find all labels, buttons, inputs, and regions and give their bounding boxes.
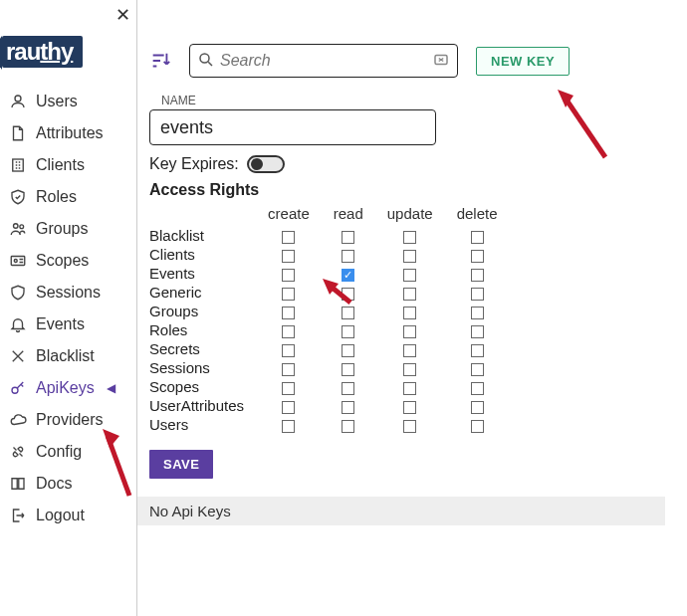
checkbox-sessions-create[interactable]: [282, 363, 295, 376]
svg-point-0: [15, 96, 21, 102]
clear-search-icon[interactable]: [432, 51, 450, 72]
close-icon[interactable]: ✕: [115, 4, 130, 26]
checkbox-clients-read[interactable]: [342, 250, 354, 263]
checkbox-users-create[interactable]: [282, 420, 295, 433]
checkbox-users-update[interactable]: [403, 420, 416, 433]
rights-row-label: UserAttributes: [149, 396, 256, 415]
checkbox-blacklist-read[interactable]: [342, 231, 354, 244]
shield-check-icon: [8, 187, 28, 207]
book-icon: [8, 474, 28, 494]
svg-point-5: [14, 260, 17, 263]
checkbox-roles-update[interactable]: [403, 325, 416, 338]
rights-row-label: Blacklist: [149, 226, 256, 245]
sidebar: ✕ rauthy UsersAttributesClientsRolesGrou…: [0, 0, 137, 616]
sidebar-item-label: Scopes: [36, 252, 89, 270]
checkbox-blacklist-update[interactable]: [403, 231, 416, 244]
sidebar-item-label: Roles: [36, 188, 77, 206]
checkbox-generic-delete[interactable]: [471, 288, 484, 301]
key-expires-label: Key Expires:: [149, 155, 239, 173]
rights-row: Generic: [149, 283, 510, 302]
sidebar-item-logout[interactable]: Logout: [6, 500, 130, 531]
new-key-button[interactable]: NEW KEY: [476, 47, 570, 76]
checkbox-sessions-delete[interactable]: [471, 363, 484, 376]
svg-point-7: [200, 54, 209, 63]
rights-row: Secrets: [149, 339, 510, 358]
sidebar-item-users[interactable]: Users: [6, 86, 130, 117]
users-icon: [8, 219, 28, 239]
key-icon: [8, 378, 28, 398]
svg-rect-1: [13, 159, 24, 171]
app-logo: rauthy: [2, 36, 134, 68]
rights-row: Scopes: [149, 377, 510, 396]
checkbox-userattributes-delete[interactable]: [471, 401, 484, 414]
cloud-icon: [8, 410, 28, 430]
sidebar-item-groups[interactable]: Groups: [6, 213, 130, 245]
checkbox-events-create[interactable]: [282, 269, 295, 282]
checkbox-scopes-delete[interactable]: [471, 382, 484, 395]
name-input[interactable]: [149, 109, 436, 145]
sidebar-item-events[interactable]: Events: [6, 308, 130, 340]
checkbox-generic-update[interactable]: [403, 288, 416, 301]
rights-row: UserAttributes: [149, 396, 510, 415]
access-rights-title: Access Rights: [149, 181, 687, 199]
checkbox-generic-read[interactable]: [342, 288, 354, 301]
sidebar-item-label: ApiKeys: [36, 379, 95, 397]
checkbox-secrets-delete[interactable]: [471, 344, 484, 357]
rights-row-label: Secrets: [149, 339, 256, 358]
checkbox-roles-delete[interactable]: [471, 325, 484, 338]
checkbox-users-delete[interactable]: [471, 420, 484, 433]
checkbox-events-read[interactable]: [342, 269, 354, 282]
sidebar-item-label: Providers: [36, 411, 104, 429]
sidebar-item-label: Clients: [36, 156, 85, 174]
bell-icon: [8, 314, 28, 334]
checkbox-users-read[interactable]: [342, 420, 354, 433]
sidebar-item-label: Attributes: [36, 124, 104, 142]
checkbox-scopes-create[interactable]: [282, 382, 295, 395]
checkbox-scopes-read[interactable]: [342, 382, 354, 395]
sidebar-item-sessions[interactable]: Sessions: [6, 277, 130, 308]
checkbox-groups-read[interactable]: [342, 307, 354, 319]
checkbox-sessions-read[interactable]: [342, 363, 354, 376]
checkbox-sessions-update[interactable]: [403, 363, 416, 376]
checkbox-roles-read[interactable]: [342, 325, 354, 338]
checkbox-userattributes-update[interactable]: [403, 401, 416, 414]
save-button[interactable]: SAVE: [149, 450, 213, 479]
rights-row: Roles: [149, 320, 510, 339]
checkbox-blacklist-delete[interactable]: [471, 231, 484, 244]
checkbox-clients-delete[interactable]: [471, 250, 484, 263]
search-input[interactable]: [189, 44, 458, 78]
rights-row-label: Generic: [149, 283, 256, 302]
checkbox-clients-update[interactable]: [403, 250, 416, 263]
checkbox-secrets-update[interactable]: [403, 344, 416, 357]
checkbox-secrets-read[interactable]: [342, 344, 354, 357]
checkbox-clients-create[interactable]: [282, 250, 295, 263]
checkbox-events-delete[interactable]: [471, 269, 484, 282]
checkbox-events-update[interactable]: [403, 269, 416, 282]
sidebar-item-scopes[interactable]: Scopes: [6, 245, 130, 277]
checkbox-groups-delete[interactable]: [471, 307, 484, 319]
checkbox-secrets-create[interactable]: [282, 344, 295, 357]
checkbox-blacklist-create[interactable]: [282, 231, 295, 244]
access-rights-table: createreadupdatedeleteBlacklistClientsEv…: [149, 203, 510, 434]
sidebar-item-attributes[interactable]: Attributes: [6, 117, 130, 149]
sidebar-item-clients[interactable]: Clients: [6, 149, 130, 181]
checkbox-userattributes-read[interactable]: [342, 401, 354, 414]
sidebar-item-roles[interactable]: Roles: [6, 181, 130, 213]
sidebar-item-label: Blacklist: [36, 347, 95, 365]
sidebar-item-docs[interactable]: Docs: [6, 468, 130, 500]
sidebar-item-blacklist[interactable]: Blacklist: [6, 340, 130, 372]
sidebar-item-providers[interactable]: Providers: [6, 404, 130, 436]
checkbox-userattributes-create[interactable]: [282, 401, 295, 414]
toolbar: NEW KEY: [149, 44, 687, 78]
key-expires-toggle[interactable]: [247, 155, 285, 173]
checkbox-groups-create[interactable]: [282, 307, 295, 319]
checkbox-generic-create[interactable]: [282, 288, 295, 301]
active-indicator-icon: ◀: [107, 381, 115, 395]
sort-icon[interactable]: [149, 50, 171, 72]
checkbox-roles-create[interactable]: [282, 325, 295, 338]
checkbox-scopes-update[interactable]: [403, 382, 416, 395]
checkbox-groups-update[interactable]: [403, 307, 416, 319]
sidebar-item-config[interactable]: Config: [6, 436, 130, 468]
sidebar-item-apikeys[interactable]: ApiKeys◀: [6, 372, 130, 404]
svg-point-6: [12, 387, 18, 393]
